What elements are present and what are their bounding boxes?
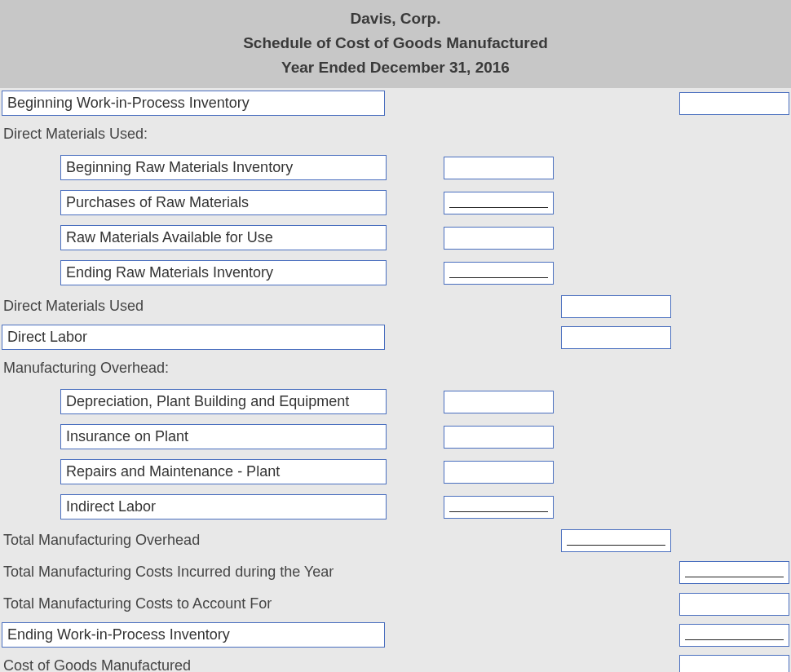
table-row: Cost of Goods Manufactured: [0, 650, 791, 672]
table-row: Indirect Labor: [0, 489, 791, 524]
schedule-table: Beginning Work-in-Process Inventory Dire…: [0, 88, 791, 672]
worksheet-header: Davis, Corp. Schedule of Cost of Goods M…: [0, 0, 791, 88]
insurance-value[interactable]: [444, 426, 554, 449]
total-mfg-incurred-value[interactable]: [679, 561, 789, 584]
begin-wip-value[interactable]: [679, 92, 789, 115]
end-wip-value[interactable]: [679, 624, 789, 647]
table-row: Repairs and Maintenance - Plant: [0, 454, 791, 489]
table-row: Total Manufacturing Costs to Account For: [0, 588, 791, 620]
begin-rm-value[interactable]: [444, 157, 554, 179]
table-row: Beginning Raw Materials Inventory: [0, 150, 791, 185]
end-wip-label[interactable]: Ending Work-in-Process Inventory: [2, 622, 385, 648]
direct-labor-value[interactable]: [561, 326, 671, 349]
rm-avail-value[interactable]: [444, 227, 554, 250]
purchases-rm-value[interactable]: [444, 192, 554, 214]
purchases-rm-label[interactable]: Purchases of Raw Materials: [60, 190, 387, 215]
table-row: Purchases of Raw Materials: [0, 185, 791, 220]
table-row: Depreciation, Plant Building and Equipme…: [0, 384, 791, 419]
indirect-labor-label[interactable]: Indirect Labor: [60, 494, 387, 519]
cogm-label: Cost of Goods Manufactured: [2, 652, 676, 672]
table-row: Raw Materials Available for Use: [0, 220, 791, 255]
end-rm-label[interactable]: Ending Raw Materials Inventory: [60, 260, 387, 285]
end-rm-value[interactable]: [444, 262, 554, 285]
total-mfg-acct-label: Total Manufacturing Costs to Account For: [2, 590, 676, 617]
table-row: Direct Materials Used: [0, 290, 791, 322]
period-line: Year Ended December 31, 2016: [0, 55, 791, 80]
indirect-labor-value[interactable]: [444, 496, 554, 519]
table-row: Beginning Work-in-Process Inventory: [0, 88, 791, 118]
cogm-value[interactable]: [679, 655, 789, 673]
worksheet-body: Beginning Work-in-Process Inventory Dire…: [0, 88, 791, 672]
repairs-value[interactable]: [444, 461, 554, 484]
dm-used-label: Direct Materials Used: [2, 293, 440, 320]
table-row: Total Manufacturing Overhead: [0, 524, 791, 556]
table-row: Ending Raw Materials Inventory: [0, 255, 791, 290]
dm-used-header: Direct Materials Used:: [2, 121, 789, 148]
begin-rm-label[interactable]: Beginning Raw Materials Inventory: [60, 155, 387, 180]
table-row: Direct Materials Used:: [0, 118, 791, 150]
repairs-label[interactable]: Repairs and Maintenance - Plant: [60, 459, 387, 484]
schedule-title: Schedule of Cost of Goods Manufactured: [0, 31, 791, 55]
table-row: Manufacturing Overhead:: [0, 352, 791, 384]
direct-labor-label[interactable]: Direct Labor: [2, 325, 385, 350]
rm-avail-label[interactable]: Raw Materials Available for Use: [60, 225, 387, 250]
table-row: Insurance on Plant: [0, 419, 791, 454]
dm-used-value[interactable]: [561, 295, 671, 318]
table-row: Direct Labor: [0, 322, 791, 352]
insurance-label[interactable]: Insurance on Plant: [60, 424, 387, 449]
total-mfg-acct-value[interactable]: [679, 593, 789, 616]
total-moh-label: Total Manufacturing Overhead: [2, 527, 440, 554]
total-moh-value[interactable]: [561, 529, 671, 552]
depreciation-value[interactable]: [444, 391, 554, 413]
total-mfg-incurred-label: Total Manufacturing Costs Incurred durin…: [2, 559, 676, 586]
company-name: Davis, Corp.: [0, 7, 791, 31]
moh-header: Manufacturing Overhead:: [2, 355, 789, 382]
depreciation-label[interactable]: Depreciation, Plant Building and Equipme…: [60, 389, 387, 414]
table-row: Total Manufacturing Costs Incurred durin…: [0, 556, 791, 588]
table-row: Ending Work-in-Process Inventory: [0, 620, 791, 650]
begin-wip-label[interactable]: Beginning Work-in-Process Inventory: [2, 91, 385, 116]
